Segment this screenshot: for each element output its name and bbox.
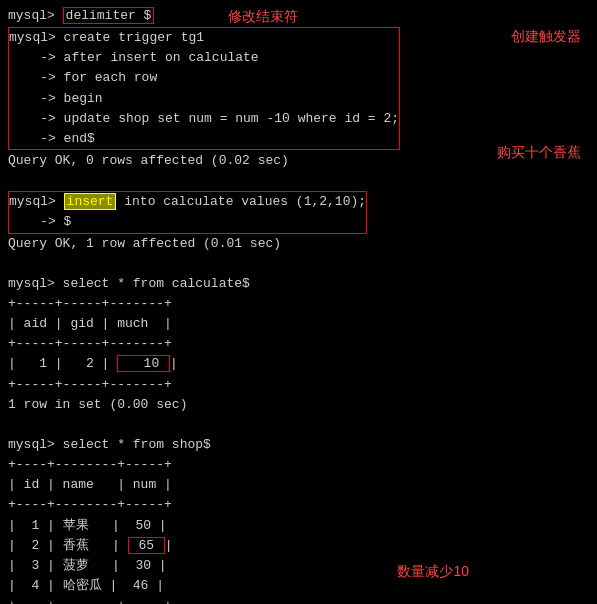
line-begin: -> begin [9, 89, 399, 109]
line-delimiter: mysql> delimiter $ [8, 6, 589, 26]
delimiter-box: delimiter $ [63, 7, 155, 24]
line-create-trigger: mysql> create trigger tg1 [9, 28, 399, 48]
query-ok-2: Query OK, 1 row affected (0.01 sec) [8, 234, 589, 254]
table-shop-row4: | 4 | 哈密瓜 | 46 | [8, 576, 589, 596]
value-10-highlight: 10 [117, 355, 170, 372]
line-dollar: -> $ [9, 212, 366, 232]
table-calc-row: | 1 | 2 | 10 | [8, 354, 589, 374]
table-shop-row1: | 1 | 苹果 | 50 | [8, 516, 589, 536]
line-select-shop: mysql> select * from shop$ [8, 435, 589, 455]
blank-1 [8, 171, 589, 191]
table-shop-row2: | 2 | 香蕉 | 65 | [8, 536, 589, 556]
table-shop-row3: | 3 | 菠萝 | 30 | [8, 556, 589, 576]
terminal-window: mysql> delimiter $ 修改结束符 mysql> create t… [8, 6, 589, 604]
create-trigger-block: mysql> create trigger tg1 -> after inser… [8, 27, 400, 150]
line-update: -> update shop set num = num -10 where i… [9, 109, 399, 129]
calc-rowcount: 1 row in set (0.00 sec) [8, 395, 589, 415]
blank-3 [8, 415, 589, 435]
table-calc-sep: +-----+-----+-------+ [8, 334, 589, 354]
value-65-highlight: 65 [128, 537, 165, 554]
line-for-each: -> for each row [9, 68, 399, 88]
annotation-buy-banana: 购买十个香蕉 [497, 144, 581, 162]
table-shop-bottom: +----+--------+-----+ [8, 596, 589, 604]
annotation-create-trigger: 创建触发器 [511, 28, 581, 46]
line-after-insert: -> after insert on calculate [9, 48, 399, 68]
blank-2 [8, 254, 589, 274]
table-calc-header: | aid | gid | much | [8, 314, 589, 334]
table-shop-header: | id | name | num | [8, 475, 589, 495]
table-calc-top: +-----+-----+-------+ [8, 294, 589, 314]
insert-keyword-box: insert [64, 193, 117, 210]
line-select-calculate: mysql> select * from calculate$ [8, 274, 589, 294]
insert-block: mysql> insert into calculate values (1,2… [8, 191, 367, 233]
table-calc-bottom: +-----+-----+-------+ [8, 375, 589, 395]
table-shop-sep: +----+--------+-----+ [8, 495, 589, 515]
line-insert: mysql> insert into calculate values (1,2… [9, 192, 366, 212]
line-end: -> end$ [9, 129, 399, 149]
annotation-modify-delimiter: 修改结束符 [228, 8, 298, 26]
table-shop-top: +----+--------+-----+ [8, 455, 589, 475]
prompt-1: mysql> [8, 8, 63, 23]
annotation-decrease: 数量减少10 [397, 563, 469, 581]
